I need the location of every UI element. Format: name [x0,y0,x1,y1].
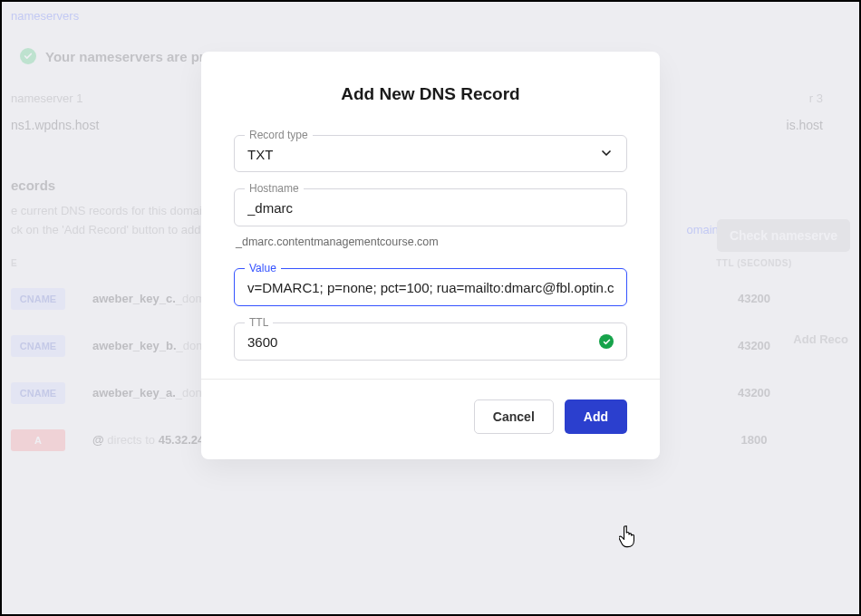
modal-actions: Cancel Add [234,399,627,434]
modal-divider [201,379,660,380]
value-field[interactable]: Value [234,268,627,306]
ttl-field[interactable]: TTL [234,322,627,361]
record-type-select[interactable]: Record type TXT [234,135,627,172]
modal-title: Add New DNS Record [234,84,627,104]
add-button[interactable]: Add [565,399,627,434]
hostname-label: Hostname [245,182,304,195]
hostname-field[interactable]: Hostname [234,188,627,226]
value-input[interactable] [247,276,614,295]
record-type-label: Record type [245,129,313,141]
ttl-input[interactable] [247,331,614,350]
add-dns-record-modal: Add New DNS Record Record type TXT Hostn… [201,52,660,459]
hostname-input[interactable] [247,197,614,216]
record-type-value: TXT [247,143,599,162]
chevron-down-icon [599,146,614,160]
ttl-label: TTL [245,316,273,329]
cancel-button[interactable]: Cancel [474,399,554,434]
hostname-preview: _dmarc.contentmanagementcourse.com [236,236,627,248]
value-label: Value [245,262,281,274]
check-circle-icon [599,334,614,349]
